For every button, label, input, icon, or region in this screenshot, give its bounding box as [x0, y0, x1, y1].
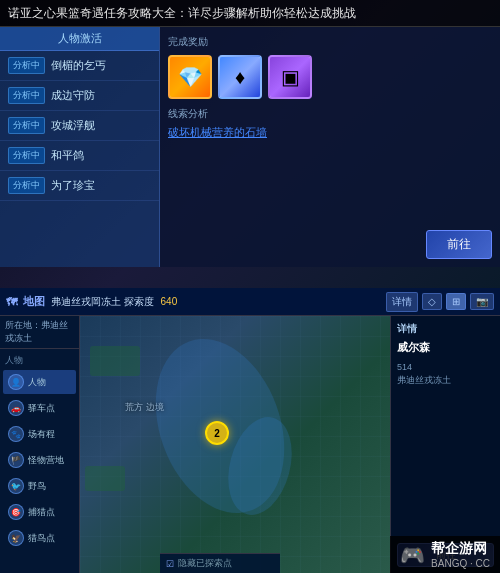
- panel-title: 人物激活: [0, 27, 159, 51]
- achievement-icon: ♦: [235, 66, 245, 89]
- map-location-text: 弗迪丝戎岡冻土 探索度 640: [51, 295, 380, 309]
- article-title-line1: 诺亚之心果篮奇遇任务攻略大全：详尽步骤解析助你轻松达成挑战: [8, 4, 492, 22]
- clue-title: 线索分析: [168, 107, 492, 121]
- menu-icon: 🐦: [8, 478, 24, 494]
- diamond-button[interactable]: ◇: [422, 293, 442, 310]
- map-toolbar: 🗺 地图 弗迪丝戎岡冻土 探索度 640 详情 ◇ ⊞ 📷: [0, 288, 500, 316]
- person-icon: 👤: [8, 374, 24, 390]
- menu-label: 捕猎点: [28, 506, 55, 519]
- watermark-content: 帮企游网 BANGQ · CC: [431, 540, 490, 569]
- mission-name: 成边守防: [51, 88, 95, 103]
- location-marker[interactable]: 2: [205, 421, 229, 445]
- sidebar-item-场有程[interactable]: 🐾场有程: [3, 422, 76, 446]
- map-toolbar-buttons: 详情 ◇ ⊞ 📷: [386, 292, 494, 312]
- achievement-title: 完成奖励: [168, 35, 492, 49]
- menu-label: 猎鸟点: [28, 532, 55, 545]
- achievement-item[interactable]: ♦: [218, 55, 262, 99]
- sidebar-item-person[interactable]: 👤人物: [3, 370, 76, 394]
- mission-name: 为了珍宝: [51, 178, 95, 193]
- mission-name: 倒楣的乞丐: [51, 58, 106, 73]
- mission-status: 分析中: [8, 147, 45, 164]
- mission-status: 分析中: [8, 87, 45, 104]
- watermark: 🎮 帮企游网 BANGQ · CC: [390, 536, 500, 573]
- clue-section: 线索分析 破坏机械营养的石墙: [168, 107, 492, 140]
- mission-name: 和平鸽: [51, 148, 84, 163]
- clue-link[interactable]: 破坏机械营养的石墙: [168, 125, 492, 140]
- marker-number: 2: [214, 428, 220, 439]
- mission-right-panel: 完成奖励 💎♦▣ 线索分析 破坏机械营养的石墙 前往: [160, 27, 500, 267]
- bottom-section: 🗺 地图 弗迪丝戎岡冻土 探索度 640 详情 ◇ ⊞ 📷 所在地：弗迪丝戎冻土…: [0, 288, 500, 573]
- menu-label: 怪物营地: [28, 454, 64, 467]
- detail-button[interactable]: 详情: [386, 292, 418, 312]
- mission-item[interactable]: 分析中 攻城浮舰: [0, 111, 159, 141]
- menu-icon: 🏴: [8, 452, 24, 468]
- menu-label: 驿车点: [28, 402, 55, 415]
- map-label: 地图: [23, 294, 45, 309]
- person-label: 人物: [28, 376, 46, 389]
- mission-item[interactable]: 分析中 成边守防: [0, 81, 159, 111]
- menu-label: 野鸟: [28, 480, 46, 493]
- checkbox-icon: ☑: [166, 559, 174, 569]
- top-section: 诺亚之心果篮奇遇任务攻略大全：详尽步骤解析助你轻松达成挑战 人物激活 分析中 倒…: [0, 0, 500, 288]
- map-location-sub: 514 弗迪丝戎冻土: [397, 361, 494, 386]
- bottom-bar-text: 隐藏已探索点: [178, 557, 232, 570]
- achievement-item[interactable]: ▣: [268, 55, 312, 99]
- sidebar-section-person: 人物: [0, 352, 79, 369]
- mission-list: 分析中 倒楣的乞丐 分析中 成边守防 分析中 攻城浮舰 分析中 和平鸽 分析中 …: [0, 51, 159, 201]
- map-center[interactable]: 荒方 边境 2 ☑ 隐藏已探索点: [80, 316, 390, 573]
- map-icon: 🗺: [6, 296, 17, 308]
- map-location-name: 威尔森: [397, 340, 494, 355]
- distance-text: 640: [161, 296, 178, 307]
- achievement-items: 💎♦▣: [168, 55, 492, 99]
- menu-icon: 🎯: [8, 504, 24, 520]
- sidebar-item-猎鸟点[interactable]: 🦅猎鸟点: [3, 526, 76, 550]
- mission-status: 分析中: [8, 57, 45, 74]
- menu-icon: 🐾: [8, 426, 24, 442]
- watermark-icon: 🎮: [400, 543, 425, 567]
- map-right-panel: 详情 威尔森 514 弗迪丝戎冻土 前往: [390, 316, 500, 573]
- achievement-item[interactable]: 💎: [168, 55, 212, 99]
- map-sidebar-location: 所在地：弗迪丝戎冻土: [0, 316, 79, 349]
- map-area-label: 荒方 边境: [125, 401, 164, 414]
- mission-item[interactable]: 分析中 和平鸽: [0, 141, 159, 171]
- map-left-sidebar: 所在地：弗迪丝戎冻土 人物👤人物🚗驿车点🐾场有程🏴怪物营地🐦野鸟🎯捕猎点🦅猎鸟点: [0, 316, 80, 573]
- mission-item[interactable]: 分析中 倒楣的乞丐: [0, 51, 159, 81]
- map-bottom-bar: ☑ 隐藏已探索点: [160, 553, 280, 573]
- watermark-logo: 帮企游网: [431, 540, 490, 558]
- article-header: 诺亚之心果篮奇遇任务攻略大全：详尽步骤解析助你轻松达成挑战: [0, 0, 500, 27]
- achievement-icon: ▣: [281, 65, 300, 89]
- watermark-sub: BANGQ · CC: [431, 558, 490, 569]
- menu-icon: 🚗: [8, 400, 24, 416]
- mission-goto-button[interactable]: 前往: [426, 230, 492, 259]
- camera-button[interactable]: 📷: [470, 293, 494, 310]
- achievement-icon: 💎: [178, 65, 203, 89]
- mission-item[interactable]: 分析中 为了珍宝: [0, 171, 159, 201]
- mission-status: 分析中: [8, 117, 45, 134]
- map-forest-2: [85, 466, 125, 491]
- achievement-section: 完成奖励 💎♦▣: [168, 35, 492, 99]
- mission-left-panel: 人物激活 分析中 倒楣的乞丐 分析中 成边守防 分析中 攻城浮舰 分析中 和平鸽…: [0, 27, 160, 267]
- sidebar-item-野鸟[interactable]: 🐦野鸟: [3, 474, 76, 498]
- sidebar-item-捕猎点[interactable]: 🎯捕猎点: [3, 500, 76, 524]
- mission-name: 攻城浮舰: [51, 118, 95, 133]
- map-forest-1: [90, 346, 140, 376]
- sidebar-item-驿车点[interactable]: 🚗驿车点: [3, 396, 76, 420]
- sidebar-item-怪物营地[interactable]: 🏴怪物营地: [3, 448, 76, 472]
- menu-icon: 🦅: [8, 530, 24, 546]
- map-main: 所在地：弗迪丝戎冻土 人物👤人物🚗驿车点🐾场有程🏴怪物营地🐦野鸟🎯捕猎点🦅猎鸟点…: [0, 316, 500, 573]
- map-detail-label: 详情: [397, 322, 494, 336]
- grid-button[interactable]: ⊞: [446, 293, 466, 310]
- mission-status: 分析中: [8, 177, 45, 194]
- menu-label: 场有程: [28, 428, 55, 441]
